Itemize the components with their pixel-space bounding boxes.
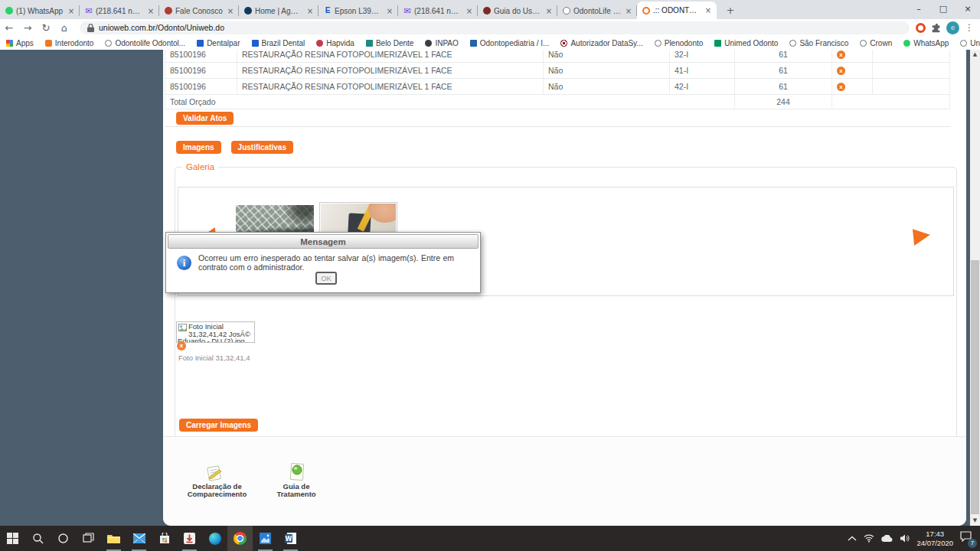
wifi-icon[interactable]	[864, 534, 874, 543]
mail-favicon: ✉	[85, 7, 93, 15]
scrollbar-up-icon[interactable]: ▲	[970, 50, 980, 60]
gallery-next-icon[interactable]	[913, 227, 931, 246]
ok-button[interactable]: OK	[315, 272, 337, 285]
bookmark-plenodonto[interactable]: Plenodonto	[655, 39, 704, 47]
tab-guia-usuario[interactable]: Guia do Usuário ×	[478, 2, 557, 19]
site-favicon	[244, 7, 252, 15]
tab-close-icon[interactable]: ×	[226, 7, 235, 15]
tab-mail-1[interactable]: ✉ (218.641 não lidos) - h ×	[80, 2, 159, 19]
windows-taskbar: W 17:43 24/07/2020 7	[0, 526, 980, 551]
file-explorer-button[interactable]	[101, 526, 126, 551]
taskbar-clock[interactable]: 17:43 24/07/2020	[916, 530, 953, 548]
bookmark-odontolife[interactable]: Odontolife Odontol...	[105, 39, 185, 47]
extensions-puzzle-icon[interactable]	[931, 23, 941, 33]
validar-atos-button[interactable]: Validar Atos	[176, 112, 234, 125]
downloads-app-button[interactable]	[177, 526, 202, 551]
mail-button[interactable]	[126, 526, 152, 551]
tab-close-icon[interactable]: ×	[385, 7, 394, 15]
task-view-button[interactable]	[76, 526, 101, 551]
bookmark-odontopediatria[interactable]: Odontopediatria / I...	[470, 39, 550, 47]
windows-logo-icon	[7, 533, 18, 544]
scrollbar-down-icon[interactable]: ▼	[970, 516, 980, 526]
tab-close-icon[interactable]: ×	[305, 7, 315, 15]
menu-icon[interactable]: ⋮	[965, 22, 974, 33]
microsoft-store-button[interactable]	[152, 526, 177, 551]
bookmark-sao-francisco[interactable]: São Francisco	[789, 39, 848, 47]
delete-row-icon[interactable]: x	[837, 67, 845, 75]
tab-close-icon[interactable]: ×	[67, 7, 76, 15]
window-controls: – □ ×	[906, 0, 980, 19]
scrollbar-thumb[interactable]	[971, 260, 979, 514]
bookmark-inpao[interactable]: INPAO	[425, 39, 458, 47]
chrome-button[interactable]	[227, 526, 253, 551]
bookmark-dentalpar[interactable]: Dentalpar	[197, 39, 240, 47]
bookmark-interodonto[interactable]: Interodonto	[45, 39, 94, 47]
uploaded-image-broken[interactable]: Foto Inicial 31,32,41,42 JosÃ© Eduardo -…	[176, 321, 255, 343]
tab-close-icon[interactable]: ×	[465, 7, 474, 15]
justificativas-button[interactable]: Justificativas	[231, 141, 293, 154]
office-extension-icon[interactable]	[916, 23, 926, 33]
bookmark-favicon	[903, 40, 910, 47]
home-icon[interactable]: ⌂	[55, 22, 74, 34]
action-center-button[interactable]: 7	[960, 531, 975, 546]
bookmark-belo-dente[interactable]: Belo Dente	[366, 39, 413, 47]
word-icon: W	[285, 533, 296, 544]
tab-whatsapp[interactable]: (1) WhatsApp ×	[0, 2, 80, 19]
dialog-message: Ocorreu um erro inesperado ao tentar sal…	[198, 253, 454, 272]
delete-row-icon[interactable]: x	[837, 83, 845, 91]
guia-tratamento-link[interactable]: Guia de Tratamento	[270, 483, 322, 498]
cortana-button[interactable]	[51, 526, 76, 551]
tab-label: Guia do Usuário	[494, 7, 541, 15]
new-tab-button[interactable]: +	[721, 2, 740, 19]
tab-odontolife-plano[interactable]: OdontoLife - Plano Od ×	[557, 2, 637, 19]
guia-tratamento-icon[interactable]	[288, 462, 306, 482]
tab-epson[interactable]: E Epson L395 | Epson L | ×	[318, 2, 398, 19]
tab-fale-conosco[interactable]: Fale Conosco ×	[159, 2, 239, 19]
minimize-icon[interactable]: –	[906, 0, 931, 19]
taskbar-search-button[interactable]	[25, 526, 51, 551]
declaracao-document-icon[interactable]	[204, 465, 224, 482]
edge-button[interactable]	[202, 526, 227, 551]
notification-badge: 7	[968, 539, 977, 548]
delete-upload-icon[interactable]: x	[177, 341, 186, 350]
tab-home-agendamento[interactable]: Home | Agendamento ×	[239, 2, 318, 19]
photos-button[interactable]	[253, 526, 278, 551]
bookmark-crown[interactable]: Crown	[860, 39, 892, 47]
tab-close-icon[interactable]: ×	[624, 7, 633, 15]
file-explorer-icon	[107, 533, 120, 544]
epson-favicon: E	[324, 7, 332, 15]
imagens-button[interactable]: Imagens	[176, 141, 221, 154]
download-arrow-icon	[184, 533, 195, 544]
bookmark-unimed[interactable]: Unimed Odonto	[714, 39, 778, 47]
forward-icon[interactable]: →	[18, 22, 37, 34]
bookmark-apps[interactable]: Apps	[6, 39, 34, 47]
tab-mail-2[interactable]: ✉ (218.641 não lidos) - h ×	[398, 2, 478, 19]
tab-label: (218.641 não lidos) - h	[414, 7, 462, 15]
volume-icon[interactable]	[900, 534, 910, 543]
address-bar[interactable]: unioweb.com.br/Odonto/Uniweb.do	[80, 21, 910, 34]
tab-close-icon[interactable]: ×	[146, 7, 155, 15]
word-button[interactable]: W	[278, 526, 303, 551]
tab-close-icon[interactable]: ×	[544, 7, 554, 15]
bookmark-hapvida[interactable]: Hapvida	[316, 39, 354, 47]
declaracao-comparecimento-link[interactable]: Declaração de Comparecimento	[169, 483, 265, 498]
system-tray: 17:43 24/07/2020 7	[848, 530, 980, 548]
carregar-imagens-button[interactable]: Carregar Imagens	[179, 419, 258, 432]
maximize-icon[interactable]: □	[931, 0, 956, 19]
tab-close-icon[interactable]: ×	[704, 6, 713, 15]
bookmark-uniodonto[interactable]: Uniodonto	[960, 39, 980, 47]
back-icon[interactable]: ←	[0, 22, 18, 34]
start-button[interactable]	[0, 526, 25, 551]
reload-icon[interactable]: ↻	[37, 22, 55, 34]
tab-odonto-life-active[interactable]: .:: ODONTO LIFE ::. ×	[637, 2, 717, 19]
onedrive-cloud-icon[interactable]	[881, 535, 893, 543]
bookmark-autorizador[interactable]: Autorizador DataSy...	[560, 39, 642, 47]
tray-chevron-icon[interactable]	[848, 536, 857, 542]
close-icon[interactable]: ×	[956, 0, 980, 19]
dialog-title[interactable]: Mensagem	[168, 234, 479, 249]
procedure-value: 61	[735, 63, 832, 78]
bookmark-whatsapp[interactable]: WhatsApp	[903, 39, 949, 47]
delete-row-icon[interactable]: x	[837, 51, 845, 59]
bookmark-brazil-dental[interactable]: Brazil Dental	[252, 39, 305, 47]
profile-avatar[interactable]: e	[946, 21, 959, 34]
